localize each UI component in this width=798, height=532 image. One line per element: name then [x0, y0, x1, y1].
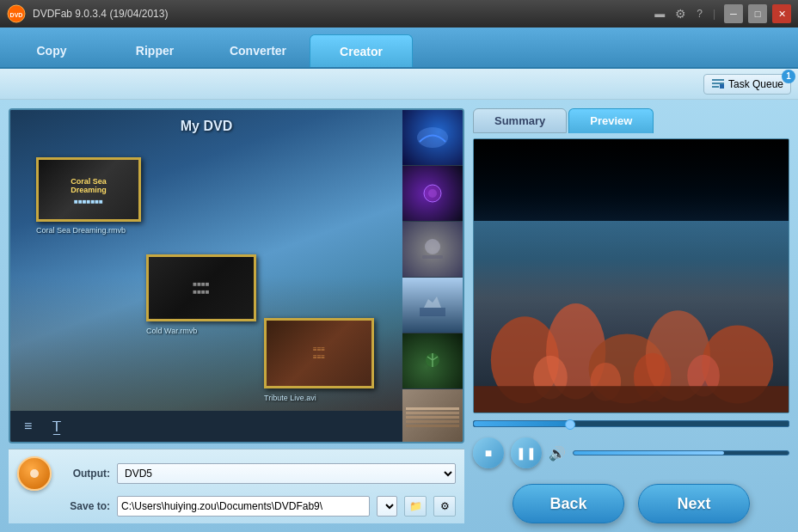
main-content: My DVD Coral SeaDreaming ■■■■■■■ Coral S…	[0, 100, 798, 532]
thumb2-label: Cold War.rmvb	[146, 327, 197, 335]
output-row: Output: DVD5	[17, 456, 456, 491]
stop-button[interactable]: ■	[473, 437, 504, 468]
creator-area: My DVD Coral SeaDreaming ■■■■■■■ Coral S…	[9, 108, 464, 443]
window-close-button[interactable]: ✕	[772, 4, 791, 23]
taskqueue-icon	[711, 77, 725, 91]
tab-creator[interactable]: Creator	[310, 34, 413, 67]
strip-thumb-3[interactable]	[402, 222, 463, 278]
output-select[interactable]: DVD5	[117, 463, 456, 484]
dvd-disc-icon	[17, 456, 52, 491]
saveto-row: Save to: 📁 ⚙	[58, 496, 456, 517]
svg-point-8	[428, 189, 437, 198]
tab-summary[interactable]: Summary	[473, 108, 567, 133]
taskqueue-label: Task Queue	[728, 78, 783, 90]
app-title: DVDFab 9.0.3.4 (19/04/2013)	[33, 8, 651, 20]
svg-rect-26	[474, 387, 789, 413]
dvd-canvas[interactable]: My DVD Coral SeaDreaming ■■■■■■■ Coral S…	[10, 110, 402, 442]
tab-converter[interactable]: Converter	[206, 34, 310, 67]
thumbnail-2[interactable]: ■■■■■■■■	[146, 254, 256, 321]
video-progress-bar[interactable]	[473, 420, 789, 427]
svg-point-9	[425, 239, 440, 254]
volume-icon[interactable]: 🔊	[549, 445, 566, 462]
text-tool-icon[interactable]: T̲	[47, 417, 66, 437]
svg-point-6	[417, 127, 448, 148]
minimize-icon[interactable]: ▬	[651, 8, 668, 20]
right-panel: Summary Preview	[473, 108, 789, 523]
thumb1-label: Coral Sea Dreaming.rmvb	[36, 226, 126, 235]
pause-button[interactable]: ❚❚	[511, 437, 542, 468]
progress-fill	[474, 421, 568, 426]
output-label: Output:	[58, 468, 110, 480]
thumbnail-1[interactable]: Coral SeaDreaming ■■■■■■■	[36, 157, 141, 222]
svg-rect-4	[712, 86, 719, 88]
dvd-toolbar: ≡ T̲	[10, 411, 402, 442]
app-logo: DVD	[7, 4, 26, 23]
svg-rect-2	[712, 79, 724, 81]
strip-thumb-6[interactable]	[402, 389, 463, 442]
settings-small-button[interactable]: ⚙	[433, 496, 456, 517]
tab-bar: Copy Ripper Converter Creator	[0, 28, 798, 69]
saveto-label: Save to:	[58, 500, 110, 512]
browse-folder-button[interactable]: 📁	[404, 496, 427, 517]
saveto-select[interactable]	[377, 496, 397, 517]
title-controls: ▬ ⚙ ? | ─ □ ✕	[651, 4, 791, 23]
taskqueue-button[interactable]: Task Queue 1	[703, 74, 791, 95]
divider: |	[709, 8, 719, 20]
progress-thumb[interactable]	[565, 419, 575, 430]
svg-rect-3	[712, 83, 724, 84]
thumb1-subtitle: ■■■■■■■	[74, 198, 103, 205]
taskqueue-area: Task Queue 1	[0, 69, 798, 100]
taskqueue-badge: 1	[782, 70, 795, 83]
left-panel: My DVD Coral SeaDreaming ■■■■■■■ Coral S…	[9, 108, 464, 523]
video-display	[474, 139, 789, 413]
video-preview	[473, 138, 789, 413]
svg-rect-5	[720, 84, 724, 89]
thumb1-text: Coral SeaDreaming	[69, 174, 108, 198]
thumb3-label: Tribute Live.avi	[264, 394, 316, 402]
svg-rect-11	[420, 308, 445, 316]
svg-rect-10	[422, 255, 443, 259]
window-maximize-button[interactable]: □	[748, 4, 767, 23]
strip-thumb-1[interactable]	[402, 110, 463, 166]
next-button[interactable]: Next	[638, 484, 750, 523]
coral-reef-svg	[474, 221, 789, 413]
window-minimize-button[interactable]: ─	[724, 4, 743, 23]
video-controls: ■ ❚❚ 🔊	[473, 434, 789, 472]
thumbnail-3[interactable]: ≡≡≡≡≡≡	[264, 318, 374, 388]
thumbnail-strip	[402, 110, 463, 442]
strip-thumb-4[interactable]	[402, 278, 463, 333]
back-button[interactable]: Back	[513, 484, 624, 523]
saveto-input[interactable]	[117, 496, 370, 517]
tab-copy[interactable]: Copy	[0, 34, 103, 67]
menu-icon[interactable]: ≡	[19, 417, 37, 436]
volume-slider[interactable]	[573, 450, 789, 456]
settings-icon[interactable]: ⚙	[672, 7, 690, 21]
dvd-title: My DVD	[10, 110, 402, 143]
help-icon[interactable]: ?	[693, 8, 706, 20]
svg-text:DVD: DVD	[10, 12, 23, 18]
titlebar: DVD DVDFab 9.0.3.4 (19/04/2013) ▬ ⚙ ? | …	[0, 0, 798, 28]
volume-fill	[574, 451, 724, 455]
tab-preview[interactable]: Preview	[568, 108, 654, 133]
strip-thumb-5[interactable]	[402, 333, 463, 389]
strip-thumb-2[interactable]	[402, 166, 463, 222]
bottom-controls: Output: DVD5 Save to: 📁 ⚙	[9, 449, 464, 523]
preview-tabs: Summary Preview	[473, 108, 789, 133]
tab-ripper[interactable]: Ripper	[103, 34, 206, 67]
action-buttons: Back Next	[473, 477, 789, 523]
